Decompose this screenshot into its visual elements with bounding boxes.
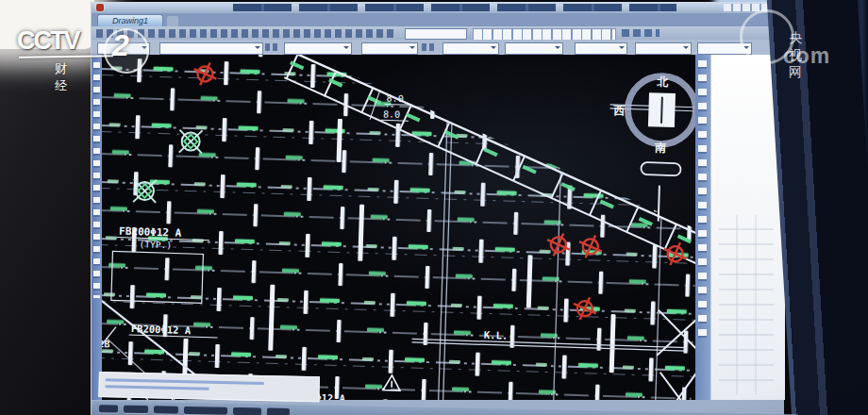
properties-toolbar xyxy=(92,40,784,55)
color-combo[interactable] xyxy=(284,42,352,55)
command-window[interactable] xyxy=(98,372,320,402)
cctv-brand-text: CCTV xyxy=(17,26,79,56)
toolbar-input[interactable] xyxy=(405,28,467,40)
label-fb-left: FB200Φ12 A xyxy=(131,323,192,336)
label-elev-bottom: 8.0 xyxy=(383,108,400,120)
toolbar-icons-right[interactable] xyxy=(622,29,659,37)
cctv-channel-number: 2 xyxy=(112,28,129,63)
right-docked-toolbar[interactable] xyxy=(695,55,710,400)
cctv-channel-logo: CCTV 2 财经 xyxy=(17,26,79,56)
label-elev-top: 8.0 xyxy=(387,93,404,105)
status-toggle-snap[interactable] xyxy=(99,405,118,412)
compass-west-label: 西 xyxy=(612,104,625,117)
cad-drawing: 北 西 东 南 xyxy=(102,55,695,400)
plotstyle-combo[interactable] xyxy=(505,42,563,55)
app-logo-icon xyxy=(96,4,104,11)
lineweight-combo[interactable] xyxy=(442,42,499,55)
menu-bar[interactable] xyxy=(233,4,676,11)
status-toggle-osnap[interactable] xyxy=(233,407,261,415)
status-toggle-grid[interactable] xyxy=(124,405,148,412)
status-toggle-polar[interactable] xyxy=(184,406,227,414)
command-text-line xyxy=(106,385,209,390)
right-toolbar-icons xyxy=(698,60,707,343)
layer-name-combo[interactable] xyxy=(159,42,263,55)
command-text-line xyxy=(106,378,264,385)
textstyle-combo[interactable] xyxy=(635,42,692,55)
drawing-tab-bar: Drawing1 xyxy=(92,13,784,26)
left-docked-toolbar[interactable] xyxy=(92,55,102,400)
style-buttons-group[interactable] xyxy=(473,28,616,41)
layer-tools-icons[interactable] xyxy=(265,43,280,51)
compass-south-label: 南 xyxy=(654,141,666,154)
left-toolbar-icons xyxy=(93,62,100,298)
property-icons[interactable] xyxy=(422,43,437,51)
status-bar xyxy=(92,401,798,415)
dimstyle-combo[interactable] xyxy=(575,42,627,55)
label-beam-kl: K.L. xyxy=(484,329,509,341)
cad-canvas[interactable]: 北 西 东 南 xyxy=(102,55,695,400)
drawing-geometry: 北 西 东 南 xyxy=(102,55,695,400)
standard-toolbar xyxy=(92,26,784,40)
title-bar xyxy=(92,2,784,13)
tv-frame: Drawing1 xyxy=(0,0,868,415)
drawing-area-container: 北 西 东 南 xyxy=(92,55,784,400)
palette-content xyxy=(719,215,774,394)
status-toggle-otrack[interactable] xyxy=(267,407,290,415)
compass-north-label: 北 xyxy=(656,75,669,88)
status-toggle-ortho[interactable] xyxy=(154,406,178,413)
new-tab-button[interactable] xyxy=(167,16,178,26)
cctv-channel-name: 财经 xyxy=(55,60,88,94)
linetype-combo[interactable] xyxy=(361,42,418,55)
autocad-window: Drawing1 xyxy=(91,2,784,415)
label-typ: (TYP.) xyxy=(140,239,173,250)
watermark-domain-suffix: com xyxy=(783,43,830,69)
tab-drawing1[interactable]: Drawing1 xyxy=(97,14,163,27)
